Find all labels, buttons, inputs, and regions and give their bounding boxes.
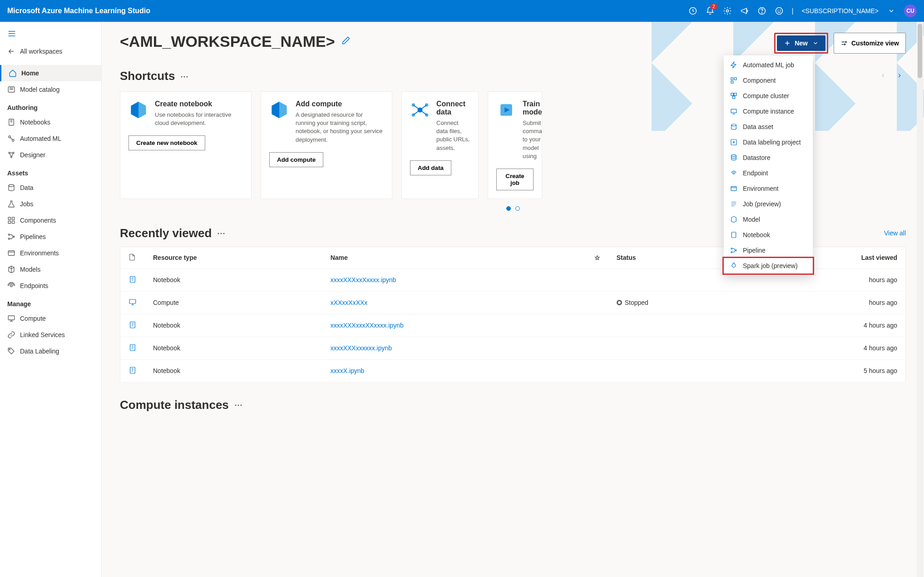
card-desc: Connect data files, public URLs, assets. xyxy=(436,119,470,152)
dd-component[interactable]: Component xyxy=(724,73,813,88)
dd-spark-job[interactable]: Spark job (preview) xyxy=(724,258,813,274)
back-all-workspaces[interactable]: All workspaces xyxy=(0,43,101,60)
dd-job[interactable]: Job (preview) xyxy=(724,196,813,212)
create-notebook-button[interactable]: Create new notebook xyxy=(128,135,205,150)
smile-icon[interactable] xyxy=(775,6,784,15)
svg-point-11 xyxy=(9,152,10,154)
sidebar-data[interactable]: Data xyxy=(0,179,101,196)
sidebar-designer[interactable]: Designer xyxy=(0,147,101,163)
customize-view-button[interactable]: Customize view xyxy=(834,33,906,54)
view-all-link[interactable]: View all xyxy=(884,229,906,237)
svg-point-42 xyxy=(731,252,732,253)
notification-badge: 2 xyxy=(710,4,717,10)
sidebar-item-label: Compute xyxy=(20,315,46,322)
dd-pipeline[interactable]: Pipeline xyxy=(724,243,813,258)
flask-icon xyxy=(7,200,15,208)
dd-compute-instance[interactable]: Compute instance xyxy=(724,104,813,119)
resource-link[interactable]: xxxxX.ipynb xyxy=(331,367,365,374)
dd-notebook[interactable]: Notebook xyxy=(724,227,813,243)
add-data-button[interactable]: Add data xyxy=(410,160,451,175)
sidebar-compute[interactable]: Compute xyxy=(0,310,101,327)
edit-icon[interactable] xyxy=(341,36,351,47)
dd-datastore[interactable]: Datastore xyxy=(724,150,813,165)
table-row[interactable]: NotebookxxxxXXXxxxXXxxxx.ipynb4 hours ag… xyxy=(120,314,906,337)
gear-icon[interactable] xyxy=(723,6,732,15)
more-icon[interactable]: ⋯ xyxy=(234,400,242,410)
svg-rect-52 xyxy=(130,322,135,328)
highlight-new-button: New xyxy=(774,33,828,54)
shortcuts-title: Shortcuts xyxy=(120,69,175,83)
col-name: Name xyxy=(322,247,586,269)
svg-rect-29 xyxy=(734,78,736,80)
dd-data-asset[interactable]: Data asset xyxy=(724,119,813,134)
sidebar-notebooks[interactable]: Notebooks xyxy=(0,114,101,130)
sidebar-environments[interactable]: Environments xyxy=(0,245,101,261)
sidebar-automated-ml[interactable]: Automated ML xyxy=(0,130,101,147)
topbar: Microsoft Azure Machine Learning Studio … xyxy=(0,0,924,22)
sidebar-home[interactable]: Home xyxy=(0,65,101,81)
env-icon xyxy=(730,185,738,192)
chevron-down-icon[interactable] xyxy=(887,6,896,15)
avatar[interactable]: CU xyxy=(904,5,917,17)
cards-prev[interactable]: ‹ xyxy=(877,69,889,81)
svg-point-25 xyxy=(9,349,10,350)
sidebar-linked-services[interactable]: Linked Services xyxy=(0,327,101,343)
scrollbar[interactable] xyxy=(917,22,923,577)
instance-icon xyxy=(730,108,738,115)
cards-next[interactable]: › xyxy=(893,69,906,81)
new-button[interactable]: New xyxy=(777,35,825,51)
dd-endpoint[interactable]: Endpoint xyxy=(724,165,813,181)
bell-icon[interactable]: 2 xyxy=(706,6,715,15)
svg-point-14 xyxy=(9,184,14,187)
add-compute-button[interactable]: Add compute xyxy=(269,152,323,167)
sidebar-pipelines[interactable]: Pipelines xyxy=(0,229,101,245)
cluster-icon xyxy=(730,92,738,99)
sidebar-model-catalog[interactable]: Model catalog xyxy=(0,81,101,98)
sidebar-jobs[interactable]: Jobs xyxy=(0,196,101,212)
more-icon[interactable]: ⋯ xyxy=(180,71,188,81)
home-icon xyxy=(9,69,17,77)
svg-point-38 xyxy=(733,172,735,174)
scrollbar-thumb[interactable] xyxy=(918,24,922,78)
card-add-compute: Add computeA designated resource for run… xyxy=(261,91,392,199)
dd-data-labeling[interactable]: Data labeling project xyxy=(724,134,813,150)
sidebar-models[interactable]: Models xyxy=(0,261,101,278)
card-desc: Submit a command to your model using xyxy=(523,119,542,160)
pager-dot-1[interactable] xyxy=(506,206,511,211)
help-icon[interactable] xyxy=(757,6,766,15)
data-icon xyxy=(7,184,15,192)
sidebar-group-manage: Manage xyxy=(0,294,101,310)
notebook-icon xyxy=(128,321,137,329)
svg-point-12 xyxy=(13,152,14,154)
create-job-button[interactable]: Create job xyxy=(496,169,534,190)
table-row[interactable]: NotebookxxxxX.ipynb5 hours ago xyxy=(120,359,906,382)
resource-link[interactable]: xxxxXXXxxXxxxx.ipynb xyxy=(331,276,396,284)
catalog-icon xyxy=(7,85,15,94)
subscription-name[interactable]: <SUBSCRIPTION_NAME> xyxy=(801,7,879,15)
megaphone-icon[interactable] xyxy=(740,6,749,15)
dd-automated-ml-job[interactable]: Automated ML job xyxy=(724,57,813,73)
svg-point-5 xyxy=(778,10,778,10)
menu-toggle-icon[interactable] xyxy=(0,25,101,43)
resource-link[interactable]: xxxxXXXxxxXXxxxx.ipynb xyxy=(331,322,404,329)
sidebar-components[interactable]: Components xyxy=(0,212,101,229)
sidebar-endpoints[interactable]: Endpoints xyxy=(0,278,101,294)
table-row[interactable]: ComputexXXxxXxXXxStoppedhours ago xyxy=(120,291,906,314)
card-title: Create notebook xyxy=(155,100,243,108)
dd-compute-cluster[interactable]: Compute cluster xyxy=(724,88,813,104)
svg-rect-31 xyxy=(731,93,733,95)
table-row[interactable]: NotebookxxxxXXXxxxxxx.ipynb4 hours ago xyxy=(120,337,906,359)
dd-environment[interactable]: Environment xyxy=(724,181,813,196)
notebook-icon xyxy=(730,231,738,239)
dd-model[interactable]: Model xyxy=(724,212,813,227)
resource-link[interactable]: xxxxXXXxxxxxx.ipynb xyxy=(331,344,392,352)
more-icon[interactable]: ⋯ xyxy=(217,228,225,238)
cell-name: xxxxX.ipynb xyxy=(322,359,586,382)
clock-icon[interactable] xyxy=(688,6,697,15)
pager-dot-2[interactable] xyxy=(515,206,520,211)
datastore-icon xyxy=(730,154,738,161)
resource-link[interactable]: xXXxxXxXXx xyxy=(331,299,368,306)
sidebar-data-labeling[interactable]: Data Labeling xyxy=(0,343,101,359)
card-train-model: Train a modelSubmit a command to your mo… xyxy=(488,91,542,199)
labeling-icon xyxy=(7,347,15,355)
